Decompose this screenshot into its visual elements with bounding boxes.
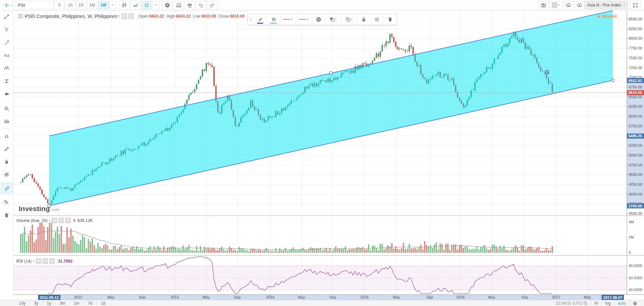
lock-drawing-button[interactable] (357, 14, 370, 25)
volume-close-chip[interactable] (65, 218, 71, 223)
magnet-mode-tool[interactable] (0, 129, 13, 142)
interval-button-1M[interactable]: 1M (87, 1, 97, 9)
time-axis[interactable]: 2012MaySep2013MaySep2014MaySep2015MaySep… (0, 295, 644, 300)
interval-button-1h[interactable]: 1h (65, 1, 75, 9)
interval-button-1W[interactable]: 1W (98, 1, 109, 9)
published-idea-marker[interactable]: P (544, 69, 550, 75)
save-layout-button[interactable] (574, 1, 584, 9)
undo-button[interactable] (196, 1, 206, 9)
brush-tool[interactable] (0, 36, 13, 49)
arrows-tool[interactable] (0, 87, 13, 100)
chart-type-candles-button[interactable] (119, 1, 130, 9)
measure-tool[interactable] (0, 115, 13, 128)
delete-drawing-button[interactable] (384, 14, 396, 25)
ohlc-label: Open (138, 14, 148, 19)
cursor-tool-button[interactable]: ▸ (0, 0, 14, 10)
price-tick-label: 4250.00 (629, 182, 642, 186)
send-to-back-dropdown[interactable]: ▾ (325, 14, 341, 25)
range-button-7d[interactable]: 7d (84, 301, 96, 306)
sync-drawings-tool[interactable] (1, 183, 13, 194)
pitchfork-tool[interactable] (0, 23, 13, 36)
chart-type-bars-button[interactable] (141, 1, 152, 9)
fill-color-button[interactable] (267, 14, 280, 25)
visibility-icon (374, 17, 380, 22)
pane-separator[interactable] (0, 255, 644, 256)
series-settings-chip[interactable] (128, 13, 134, 19)
redo-button[interactable] (207, 1, 217, 9)
range-button-1m[interactable]: 1m (70, 301, 83, 306)
snapshot-button[interactable] (538, 1, 549, 9)
auto-scale-button[interactable]: auto (614, 301, 629, 306)
range-button-3m[interactable]: 3m (56, 301, 70, 306)
line-width-sample (283, 19, 290, 20)
remove-drawings-tool[interactable] (0, 209, 13, 222)
eye-icon (53, 219, 56, 222)
chart-type-dropdown-button[interactable]: ▾ (153, 1, 159, 9)
layout-name-dropdown[interactable]: Asia N - Pse Index ▾ (584, 1, 628, 9)
volume-ma-value: 635.12K (78, 218, 93, 223)
series-title[interactable]: PSEi Composite, Philippines, W, Philippi… (25, 14, 117, 19)
range-button-1d[interactable]: 1d (97, 301, 109, 306)
rsi-close-chip[interactable] (49, 258, 55, 264)
theme-picker-button[interactable]: ▾ (549, 1, 562, 9)
price-tick-label: 3500.00 (629, 211, 642, 216)
link-icon (4, 186, 10, 191)
volume-settings-chip[interactable] (58, 218, 64, 223)
pane-separator[interactable] (0, 216, 644, 216)
drawing-properties-toolbar: ▾ ▾ ▾ ▾ (248, 14, 397, 25)
range-button-3y[interactable]: 3y (30, 301, 42, 306)
text-tool[interactable]: Aa (0, 49, 13, 62)
price-tickmark (627, 38, 628, 39)
hide-drawings-tool[interactable] (0, 168, 13, 181)
interval-button-1D[interactable]: 1D (76, 1, 86, 9)
collapse-pane-icon[interactable] (18, 14, 23, 18)
price-tick-label: 6250.00 (629, 104, 642, 108)
volume-title[interactable]: Volume (true, 20) (16, 218, 47, 223)
chart-type-line-button[interactable] (130, 1, 141, 9)
range-button-10y[interactable]: 10y (15, 301, 30, 306)
stay-in-drawing-mode-tool[interactable] (0, 142, 13, 155)
lock-drawings-tool[interactable] (0, 155, 13, 168)
series-dropdown-icon[interactable]: ▾ (119, 15, 120, 18)
indicators-button[interactable] (173, 1, 184, 9)
fullscreen-button[interactable] (630, 1, 641, 9)
rsi-settings-chip[interactable] (42, 258, 48, 264)
rsi-dropdown-icon[interactable]: ▾ (33, 260, 34, 263)
price-tickmark (627, 184, 628, 185)
projection-tool[interactable] (0, 75, 13, 87)
toolbar-drag-handle[interactable] (248, 14, 254, 25)
series-eye-chip[interactable] (121, 13, 127, 19)
rsi-title[interactable]: RSI (14) (16, 259, 32, 264)
line-width-dropdown[interactable]: ▾ (280, 14, 296, 25)
symbol-input[interactable]: PSI (16, 1, 54, 9)
chart-plot-area[interactable] (14, 10, 627, 294)
line-color-button[interactable] (254, 14, 267, 25)
sidebar-expander-icon[interactable]: ▸ (12, 4, 13, 7)
volume-dropdown-icon[interactable]: ▾ (49, 219, 50, 222)
interval-dropdown-button[interactable]: ▾ (110, 1, 116, 9)
compare-button[interactable] (184, 1, 195, 9)
percent-scale-button[interactable]: % (591, 301, 602, 306)
delayed-dot-icon (598, 15, 600, 18)
line-chart-icon (133, 2, 138, 8)
bring-to-front-dropdown[interactable]: ▾ (341, 14, 357, 25)
hide-drawing-button[interactable] (370, 14, 384, 25)
chart-settings-button[interactable] (162, 1, 173, 9)
gear-icon (316, 17, 321, 22)
volume-eye-chip[interactable] (52, 218, 57, 223)
range-button-1y[interactable]: 1y (43, 301, 55, 306)
price-tick-label: 6000.00 (629, 114, 642, 118)
log-scale-button[interactable]: log (602, 301, 614, 306)
line-style-dropdown[interactable]: ▾ (296, 14, 312, 25)
interval-button-5[interactable]: 5 (54, 1, 64, 9)
drawing-settings-button[interactable] (312, 14, 325, 25)
pattern-tool[interactable] (0, 62, 13, 75)
object-tree-tool[interactable] (0, 196, 13, 209)
trend-line-tool[interactable] (0, 10, 13, 23)
price-tickmark (627, 106, 628, 107)
price-tickmark (627, 165, 628, 165)
axis-settings-button[interactable] (629, 301, 641, 306)
rsi-eye-chip[interactable] (36, 258, 41, 264)
zoom-in-tool[interactable] (0, 102, 13, 115)
load-layout-button[interactable] (563, 1, 573, 9)
